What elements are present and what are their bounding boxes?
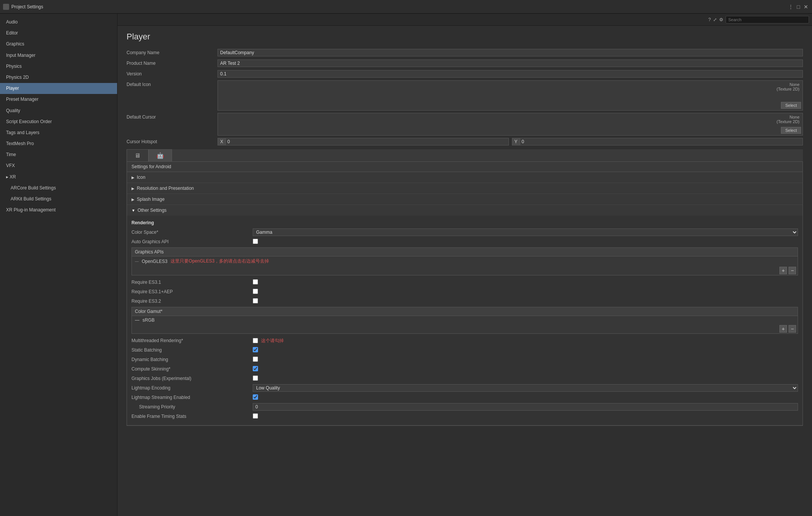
require-es31-row: Require ES3.1 [131,278,798,286]
sidebar-item-physics[interactable]: Physics [0,61,117,72]
product-name-input[interactable] [217,59,803,67]
static-batching-label: Static Batching [131,347,253,353]
cursor-hotspot-label: Cursor Hotspot [127,139,217,144]
version-input[interactable] [217,70,803,78]
color-gamut-controls: + − [132,324,798,333]
multithreaded-rendering-label: Multithreaded Rendering* [131,338,253,343]
sidebar-item-arkit-build-settings[interactable]: ARKit Build Settings [0,194,117,205]
default-cursor-none-label: None(Texture 2D) [776,115,799,124]
default-cursor-select-btn[interactable]: Select [781,127,801,134]
require-es31-value [253,279,798,286]
tab-android[interactable]: 🤖 [149,149,172,161]
help-icon[interactable]: ? [708,17,711,22]
title-bar-maximize-btn[interactable]: □ [795,4,801,10]
color-gamut-header: Color Gamut* [132,307,798,316]
compute-skinning-label: Compute Skinning* [131,366,253,372]
frame-timing-checkbox[interactable] [253,413,258,419]
sidebar-item-arcore-build-settings[interactable]: ARCore Build Settings [0,183,117,194]
require-es31-aep-checkbox[interactable] [253,289,258,294]
graphics-jobs-checkbox[interactable] [253,375,258,381]
lightmap-streaming-row: Lightmap Streaming Enabled [131,394,798,401]
default-icon-none-label: None(Texture 2D) [776,82,799,91]
dynamic-batching-checkbox[interactable] [253,357,258,362]
company-name-input[interactable] [217,49,803,56]
require-es31-aep-row: Require ES3.1+AEP [131,288,798,296]
require-es31-label: Require ES3.1 [131,280,253,285]
sidebar-item-script-execution-order[interactable]: Script Execution Order [0,116,117,127]
compute-skinning-checkbox[interactable] [253,366,258,371]
graphics-api-row-opengl: — OpenGLES3 这里只要OpenGLES3，多的请点击右边减号去掉 [132,256,798,266]
color-gamut-srgb: sRGB [142,317,155,323]
default-icon-select-btn[interactable]: Select [781,102,801,109]
auto-graphics-api-row: Auto Graphics API [131,238,798,245]
section-icon: ▶ Icon [127,172,803,183]
section-resolution-header[interactable]: ▶ Resolution and Presentation [127,183,803,194]
graphics-api-remove-btn[interactable]: − [789,267,796,274]
multithreaded-rendering-row: Multithreaded Rendering* 这个请勾掉 [131,337,798,344]
multithreaded-rendering-value: 这个请勾掉 [253,338,798,344]
standalone-icon: 🖥 [135,152,141,159]
content-topbar: ? ⤢ ⚙ [117,14,812,26]
hotspot-y-input[interactable] [520,138,803,145]
streaming-priority-row: Streaming Priority [131,403,798,411]
section-splash-arrow: ▶ [131,197,135,202]
hotspot-x-input[interactable] [225,138,508,145]
sidebar-item-graphics[interactable]: Graphics [0,39,117,50]
require-es31-checkbox[interactable] [253,279,258,285]
section-resolution-label: Resolution and Presentation [137,186,194,191]
section-splash-header[interactable]: ▶ Splash Image [127,194,803,205]
lightmap-streaming-value [253,394,798,401]
section-resolution-arrow: ▶ [131,186,135,191]
section-other-settings-header[interactable]: ▼ Other Settings [127,205,803,216]
sidebar-item-editor[interactable]: Editor [0,28,117,39]
settings-icon[interactable]: ⚙ [719,17,723,22]
graphics-api-bullet: — [135,259,139,263]
graphics-api-add-btn[interactable]: + [779,267,787,274]
default-cursor-placeholder: None(Texture 2D) Select [217,113,803,136]
sidebar-item-input-manager[interactable]: Input Manager [0,50,117,61]
section-splash-label: Splash Image [137,197,164,202]
require-es32-checkbox[interactable] [253,298,258,303]
lightmap-streaming-checkbox[interactable] [253,394,258,400]
auto-graphics-api-checkbox[interactable] [253,239,258,244]
title-bar-close-btn[interactable]: ✕ [803,4,809,10]
graphics-jobs-row: Graphics Jobs (Experimental) [131,375,798,382]
title-bar-controls: ⋮ □ ✕ [788,4,809,10]
sidebar-item-player[interactable]: Player [0,83,117,94]
streaming-priority-input[interactable] [253,403,798,411]
color-space-value: Gamma Linear [253,228,798,236]
company-name-row: Company Name [127,48,803,57]
sidebar-item-textmesh-pro[interactable]: TextMesh Pro [0,138,117,149]
sidebar-item-time[interactable]: Time [0,149,117,160]
require-es32-row: Require ES3.2 [131,297,798,305]
color-gamut-remove-btn[interactable]: − [789,325,796,333]
color-gamut-row-srgb: — sRGB [132,316,798,324]
hotspot-x-label: X [217,138,225,145]
content-area: ? ⤢ ⚙ Player Company Name Product Name V… [117,14,812,516]
tab-standalone[interactable]: 🖥 [127,149,149,161]
compute-skinning-value [253,366,798,372]
sidebar-item-physics-2d[interactable]: Physics 2D [0,72,117,83]
graphics-apis-header: Graphics APIs [132,248,798,256]
color-gamut-add-btn[interactable]: + [779,325,787,333]
section-icon-header[interactable]: ▶ Icon [127,172,803,183]
title-bar-menu-btn[interactable]: ⋮ [788,4,794,10]
sidebar-item-preset-manager[interactable]: Preset Manager [0,94,117,105]
sidebar-item-xr[interactable]: ▸ XR [0,172,117,183]
hotspot-y-field: Y [512,138,803,145]
section-icon-label: Icon [137,175,146,180]
color-space-select[interactable]: Gamma Linear [253,228,798,236]
section-icon-arrow: ▶ [131,175,135,180]
search-input[interactable] [726,16,809,23]
sidebar-item-tags-and-layers[interactable]: Tags and Layers [0,127,117,138]
expand-icon[interactable]: ⤢ [713,17,717,22]
android-icon: 🤖 [156,152,164,159]
sidebar-item-audio[interactable]: Audio [0,17,117,28]
sidebar-item-vfx[interactable]: VFX [0,160,117,171]
lightmap-encoding-select[interactable]: Low Quality Normal Quality High Quality [253,384,798,392]
sidebar-item-quality[interactable]: Quality [0,105,117,116]
sidebar-item-xr-plugin-management[interactable]: XR Plug-in Management [0,205,117,216]
title-bar: Project Settings ⋮ □ ✕ [0,0,812,14]
static-batching-checkbox[interactable] [253,347,258,352]
multithreaded-rendering-checkbox[interactable] [253,338,258,343]
